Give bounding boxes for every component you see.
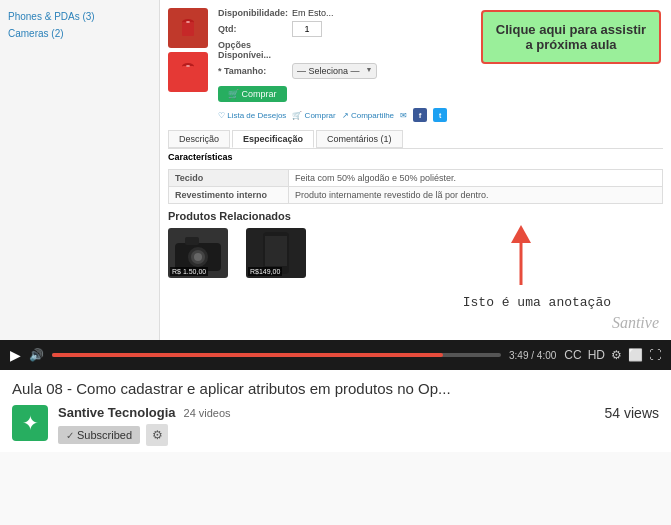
- red-arrow-annotation: [491, 225, 551, 295]
- facebook-icon: f: [413, 108, 427, 122]
- subscribe-row: ✓ Subscribed ⚙: [58, 424, 231, 446]
- video-title: Aula 08 - Como cadastrar e aplicar atrib…: [12, 380, 659, 397]
- product-thumb-2: [168, 52, 208, 92]
- product-images: [168, 8, 208, 122]
- video-meta: Aula 08 - Como cadastrar e aplicar atrib…: [0, 370, 671, 452]
- related-product-1: R$ 1.50,00: [168, 228, 238, 278]
- char-table: Tecido Feita com 50% algodão e 50% polié…: [168, 169, 663, 204]
- channel-logo[interactable]: ✦: [12, 405, 48, 441]
- video-player: Phones & PDAs (3) Cameras (2): [0, 0, 671, 452]
- annotation-text: Isto é uma anotação: [463, 295, 611, 310]
- related-product-2: R$149,00: [246, 228, 316, 278]
- hd-button[interactable]: HD: [588, 348, 605, 362]
- tabs-area: Descrição Especificação Comentários (1): [168, 130, 663, 149]
- product-thumb-1: [168, 8, 208, 48]
- controls-right: CC HD ⚙ ⬜ ⛶: [564, 348, 661, 362]
- cat-phones: Phones & PDAs (3): [8, 8, 151, 25]
- cat-cameras: Cameras (2): [8, 25, 151, 42]
- related-section: Produtos Relacionados: [168, 210, 663, 278]
- buy-button[interactable]: 🛒 Comprar: [218, 86, 287, 102]
- tab-descricao[interactable]: Descrição: [168, 130, 230, 148]
- svg-point-9: [194, 253, 202, 261]
- tab-comentarios[interactable]: Comentários (1): [316, 130, 403, 148]
- video-count: 24 videos: [184, 407, 231, 419]
- channel-name[interactable]: Santive Tecnologia: [58, 405, 176, 420]
- progress-bar[interactable]: [52, 353, 501, 357]
- volume-icon[interactable]: 🔊: [29, 348, 44, 362]
- views-count: 54 views: [605, 405, 659, 421]
- channel-row: ✦ Santive Tecnologia 24 videos ✓ Subscri…: [12, 405, 659, 446]
- play-button[interactable]: ▶: [10, 347, 21, 363]
- sidebar-sim: Phones & PDAs (3) Cameras (2): [0, 0, 160, 340]
- svg-rect-4: [182, 66, 194, 80]
- santive-logo-watermark: Santive: [612, 314, 659, 332]
- theater-button[interactable]: ⬜: [628, 348, 643, 362]
- subscription-settings-button[interactable]: ⚙: [146, 424, 168, 446]
- share-row: ♡ Lista de Desejos 🛒 Comprar ↗ Compartil…: [218, 108, 663, 122]
- svg-rect-10: [185, 237, 199, 245]
- svg-marker-15: [511, 225, 531, 243]
- cc-button[interactable]: CC: [564, 348, 581, 362]
- progress-filled: [52, 353, 443, 357]
- video-screenshot: Phones & PDAs (3) Cameras (2): [0, 0, 671, 370]
- check-icon: ✓: [66, 430, 74, 441]
- size-dropdown[interactable]: — Seleciona —: [292, 63, 377, 79]
- svg-rect-1: [182, 22, 194, 36]
- qty-input[interactable]: [292, 21, 322, 37]
- gear-icon: ⚙: [152, 428, 163, 442]
- channel-info: Santive Tecnologia 24 videos ✓ Subscribe…: [58, 405, 231, 446]
- channel-left: ✦ Santive Tecnologia 24 videos ✓ Subscri…: [12, 405, 231, 446]
- subscribed-button[interactable]: ✓ Subscribed: [58, 426, 140, 444]
- tab-especificacao[interactable]: Especificação: [232, 130, 314, 148]
- annotation-box[interactable]: Clique aqui para assistir a próxima aula: [481, 10, 661, 64]
- svg-point-2: [186, 21, 190, 23]
- svg-rect-12: [265, 236, 287, 266]
- time-display: 3:49 / 4:00: [509, 350, 556, 361]
- twitter-icon: t: [433, 108, 447, 122]
- char-section: Características Tecido Feita com 50% alg…: [168, 149, 663, 204]
- related-img-phone: R$149,00: [246, 228, 306, 278]
- settings-button[interactable]: ⚙: [611, 348, 622, 362]
- related-img-camera: R$ 1.50,00: [168, 228, 228, 278]
- controls-bar: ▶ 🔊 3:49 / 4:00 CC HD ⚙ ⬜ ⛶: [0, 340, 671, 370]
- svg-point-5: [186, 65, 190, 67]
- channel-name-row: Santive Tecnologia 24 videos: [58, 405, 231, 420]
- fullscreen-button[interactable]: ⛶: [649, 348, 661, 362]
